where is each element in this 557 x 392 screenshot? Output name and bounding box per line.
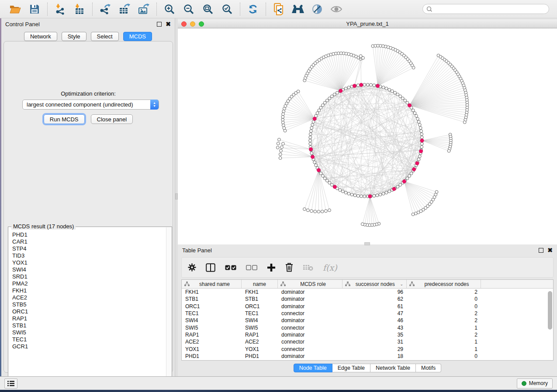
cell-MCDS-role[interactable]: dominator (278, 296, 343, 302)
cell-predecessor-nodes[interactable]: 2 (407, 332, 481, 338)
result-node-item[interactable]: ORC1 (12, 308, 166, 315)
result-node-item[interactable]: SWI5 (12, 329, 166, 336)
cell-shared-name[interactable]: SWI4 (182, 317, 242, 323)
optimization-criterion-select[interactable]: largest connected component (undirected)… (22, 100, 159, 110)
result-node-item[interactable]: ACE2 (12, 294, 166, 301)
cell-predecessor-nodes[interactable]: 1 (407, 346, 481, 352)
cell-MCDS-role[interactable]: dominator (278, 289, 343, 295)
import-table-icon[interactable] (72, 2, 87, 16)
show-hide-eye-icon[interactable] (329, 2, 344, 16)
share-document-icon[interactable] (271, 2, 286, 16)
close-panel-icon[interactable]: ✖ (166, 22, 171, 27)
result-node-item[interactable]: SRD1 (12, 273, 166, 280)
cell-MCDS-role[interactable]: connector (278, 339, 343, 345)
cell-MCDS-role[interactable]: dominator (278, 353, 343, 359)
search-binoculars-icon[interactable] (291, 2, 305, 16)
zoom-selected-icon[interactable] (220, 2, 235, 16)
cell-predecessor-nodes[interactable]: 1 (407, 325, 481, 331)
cell-shared-name[interactable]: TEC1 (182, 310, 242, 316)
memory-button[interactable]: Memory (517, 378, 553, 389)
tab-motifs[interactable]: Motifs (416, 364, 441, 372)
tab-network[interactable]: Network (24, 32, 57, 41)
cell-successor-nodes[interactable]: 18 (343, 353, 407, 359)
cell-shared-name[interactable]: FKH1 (182, 289, 242, 295)
table-row[interactable]: TEC1TEC1connector472 (182, 310, 553, 317)
cell-MCDS-role[interactable]: connector (278, 310, 343, 316)
delete-row-icon[interactable] (285, 263, 293, 272)
zoom-out-icon[interactable] (181, 2, 196, 16)
cell-shared-name[interactable]: ORC1 (182, 303, 242, 309)
cell-successor-nodes[interactable]: 96 (343, 289, 407, 295)
zoom-fit-icon[interactable] (201, 2, 215, 16)
result-list-scrollbar[interactable] (166, 227, 171, 389)
cell-name[interactable]: FKH1 (242, 289, 278, 295)
result-node-item[interactable]: CAR1 (12, 238, 166, 245)
save-session-icon[interactable] (27, 2, 42, 16)
task-history-button[interactable] (4, 378, 17, 389)
result-node-item[interactable]: STB1 (12, 322, 166, 329)
close-panel-button[interactable]: Close panel (91, 114, 133, 124)
cell-predecessor-nodes[interactable]: 2 (407, 317, 481, 323)
refresh-layout-icon[interactable] (246, 2, 260, 16)
column-header-successor-nodes[interactable]: successor nodes⌄ (343, 280, 407, 288)
cell-successor-nodes[interactable]: 43 (343, 325, 407, 331)
export-image-icon[interactable] (136, 2, 151, 16)
table-row[interactable]: SWI4SWI4dominator462 (182, 317, 553, 324)
result-node-item[interactable]: PHD1 (12, 231, 166, 238)
network-canvas[interactable] (178, 28, 557, 244)
result-node-item[interactable]: STP4 (12, 245, 166, 252)
tab-edge-table[interactable]: Edge Table (332, 364, 370, 372)
cell-successor-nodes[interactable]: 35 (343, 332, 407, 338)
export-table-icon[interactable] (117, 2, 132, 16)
table-row[interactable]: ORC1ORC1dominator610 (182, 303, 553, 310)
tab-style[interactable]: Style (62, 32, 86, 41)
cell-successor-nodes[interactable]: 62 (343, 296, 407, 302)
result-node-item[interactable]: FKH1 (12, 287, 166, 294)
result-node-item[interactable]: GCR1 (12, 343, 166, 350)
cell-MCDS-role[interactable]: connector (278, 325, 343, 331)
cell-name[interactable]: ACE2 (242, 339, 278, 345)
column-header-shared-name[interactable]: shared name (182, 280, 242, 288)
result-node-item[interactable]: PMA2 (12, 280, 166, 287)
cell-name[interactable]: TEC1 (242, 310, 278, 316)
cell-name[interactable]: SWI5 (242, 325, 278, 331)
vision-toggle-icon[interactable] (310, 2, 325, 16)
result-node-item[interactable]: YOX1 (12, 259, 166, 266)
cell-MCDS-role[interactable]: dominator (278, 317, 343, 323)
result-node-item[interactable]: TID3 (12, 252, 166, 259)
cell-shared-name[interactable]: ACE2 (182, 339, 242, 345)
column-header-name[interactable]: name (242, 280, 278, 288)
cell-predecessor-nodes[interactable]: 2 (407, 289, 481, 295)
cell-predecessor-nodes[interactable]: 0 (407, 353, 481, 359)
cell-shared-name[interactable]: RAP1 (182, 332, 242, 338)
cell-shared-name[interactable]: SWI5 (182, 325, 242, 331)
export-network-icon[interactable] (98, 2, 113, 16)
add-row-icon[interactable] (267, 263, 276, 272)
float-panel-icon[interactable] (157, 22, 162, 27)
cell-name[interactable]: STB1 (242, 296, 278, 302)
tab-network-table[interactable]: Network Table (370, 364, 416, 372)
cell-shared-name[interactable]: YOX1 (182, 346, 242, 352)
search-input[interactable] (432, 6, 545, 13)
cell-MCDS-role[interactable]: connector (278, 346, 343, 352)
table-row[interactable]: SWI5SWI5connector431 (182, 324, 553, 331)
float-table-panel-icon[interactable] (539, 248, 543, 253)
settings-gear-icon[interactable] (188, 263, 196, 272)
cell-successor-nodes[interactable]: 61 (343, 303, 407, 309)
cell-name[interactable]: RAP1 (242, 332, 278, 338)
cell-successor-nodes[interactable]: 31 (343, 339, 407, 345)
column-header-predecessor-nodes[interactable]: predecessor nodes (407, 280, 481, 288)
deselect-all-icon[interactable] (246, 265, 257, 270)
table-scrollbar-thumb[interactable] (548, 291, 552, 330)
cell-name[interactable]: SWI4 (242, 317, 278, 323)
table-row[interactable]: ACE2ACE2connector311 (182, 338, 553, 345)
cell-predecessor-nodes[interactable]: 0 (407, 303, 481, 309)
result-node-item[interactable]: SWI4 (12, 266, 166, 273)
cell-successor-nodes[interactable]: 29 (343, 346, 407, 352)
cell-predecessor-nodes[interactable]: 2 (407, 310, 481, 316)
cell-successor-nodes[interactable]: 46 (343, 317, 407, 323)
tab-select[interactable]: Select (91, 32, 119, 41)
cell-name[interactable]: PHD1 (242, 353, 278, 359)
manage-columns-icon[interactable] (206, 263, 215, 272)
tab-mcds[interactable]: MCDS (123, 32, 152, 41)
